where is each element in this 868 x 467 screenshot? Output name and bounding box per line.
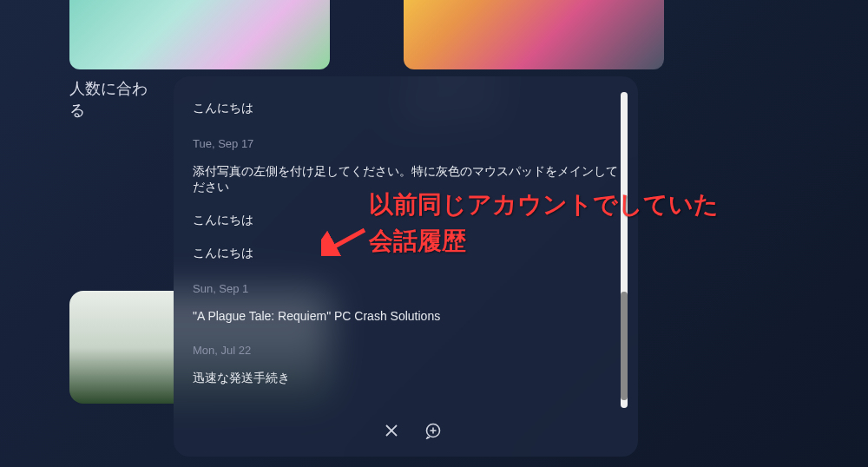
panel-footer	[193, 408, 631, 446]
card-thumbnail	[69, 0, 330, 69]
history-panel: こんにちは Tue, Sep 17 添付写真の左側を付け足してください。特に灰色…	[174, 76, 638, 457]
scrollbar-track[interactable]	[621, 92, 628, 408]
history-item[interactable]: こんにちは	[193, 237, 631, 270]
history-list: こんにちは Tue, Sep 17 添付写真の左側を付け足してください。特に灰色…	[193, 92, 631, 408]
close-icon	[384, 423, 399, 438]
history-item[interactable]: こんにちは	[193, 204, 631, 237]
card-thumbnail	[404, 0, 664, 69]
date-header: Mon, Jul 22	[193, 332, 631, 362]
close-button[interactable]	[379, 418, 404, 443]
history-item[interactable]: こんにちは	[193, 92, 631, 125]
history-item[interactable]: "A Plague Tale: Requiem" PC Crash Soluti…	[193, 300, 631, 332]
history-item[interactable]: 迅速な発送手続き	[193, 362, 631, 395]
scrollbar-thumb[interactable]	[621, 292, 628, 400]
history-item[interactable]: 添付写真の左側を付け足してください。特に灰色のマウスパッドをメインしてください	[193, 155, 631, 204]
date-header: Sun, Sep 1	[193, 270, 631, 300]
new-chat-button[interactable]	[421, 418, 445, 443]
date-header: Tue, Sep 17	[193, 125, 631, 155]
new-chat-icon	[424, 422, 442, 439]
